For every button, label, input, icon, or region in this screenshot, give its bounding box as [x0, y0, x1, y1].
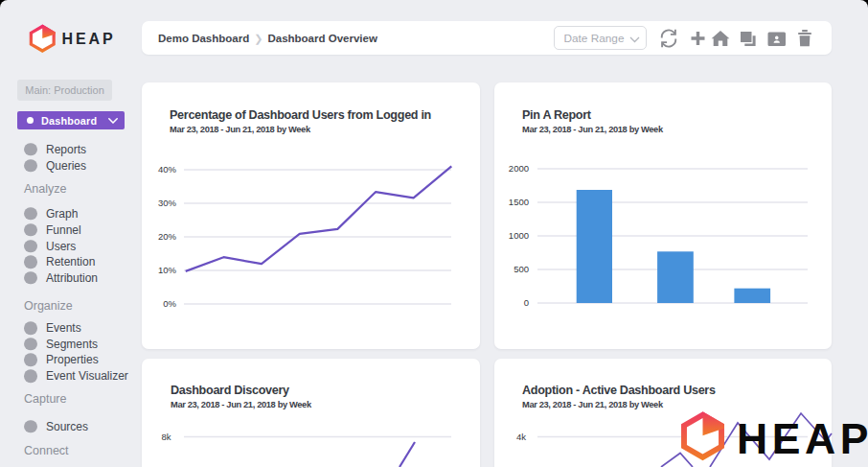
svg-text:2000: 2000	[509, 163, 529, 174]
svg-text:1500: 1500	[509, 197, 529, 207]
svg-text:40%: 40%	[158, 164, 177, 175]
svg-text:0%: 0%	[163, 298, 176, 309]
svg-text:10%: 10%	[158, 265, 177, 275]
svg-text:4k: 4k	[516, 432, 526, 442]
svg-text:1000: 1000	[509, 230, 529, 241]
svg-text:8k: 8k	[161, 432, 171, 442]
svg-text:20%: 20%	[158, 231, 177, 242]
svg-text:0: 0	[524, 297, 529, 308]
svg-text:500: 500	[514, 264, 529, 274]
svg-text:30%: 30%	[158, 198, 177, 208]
